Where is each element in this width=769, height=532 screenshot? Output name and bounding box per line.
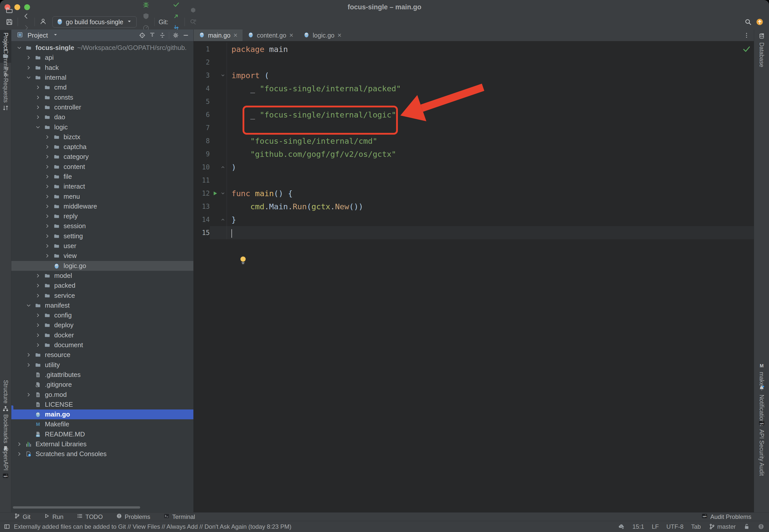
tree-item-packed[interactable]: packed bbox=[11, 281, 193, 290]
code-text[interactable] bbox=[227, 121, 754, 134]
chevron-right-icon[interactable] bbox=[33, 281, 43, 290]
tree-item-readme-md[interactable]: MDREADME.MD bbox=[11, 429, 193, 439]
gutter[interactable] bbox=[210, 161, 227, 174]
tree-item-go-mod[interactable]: go.mod bbox=[11, 390, 193, 399]
gutter[interactable] bbox=[210, 121, 227, 134]
code-text[interactable]: cmd.Main.Run(gctx.New()) bbox=[227, 200, 754, 213]
chevron-down-icon[interactable] bbox=[24, 301, 33, 310]
git-branch-widget[interactable]: master bbox=[708, 523, 736, 530]
stripe-item-structure[interactable]: Structure bbox=[0, 377, 11, 416]
cloud-sync-icon[interactable]: ? bbox=[618, 523, 625, 530]
chevron-right-icon[interactable] bbox=[43, 162, 52, 171]
tree-item-focus-single[interactable]: focus-single~/Workspace/Go/GOPATH/src/gi… bbox=[11, 43, 193, 53]
tree-item--gitattributes[interactable]: .gitattributes bbox=[11, 370, 193, 380]
code-text[interactable]: func main() { bbox=[227, 187, 754, 200]
line-number[interactable]: 4 bbox=[194, 85, 210, 92]
tree-item-api[interactable]: api bbox=[11, 53, 193, 63]
chevron-right-icon[interactable] bbox=[15, 439, 24, 449]
tree-item-cmd[interactable]: cmd bbox=[11, 82, 193, 92]
code-text[interactable]: _ "focus-single/internal/logic" bbox=[227, 108, 754, 121]
gutter[interactable] bbox=[210, 187, 227, 200]
line-number[interactable]: 5 bbox=[194, 98, 210, 105]
code-line-4[interactable]: 4 _ "focus-single/internal/packed" bbox=[194, 82, 754, 95]
chevron-right-icon[interactable] bbox=[43, 182, 52, 191]
toolwindow-button-run[interactable]: Run bbox=[44, 513, 64, 521]
line-number[interactable]: 7 bbox=[194, 124, 210, 132]
gutter[interactable] bbox=[210, 43, 227, 56]
chevron-right-icon[interactable] bbox=[43, 212, 52, 221]
code-text[interactable]: import ( bbox=[227, 69, 754, 82]
chevron-right-icon[interactable] bbox=[33, 340, 43, 350]
chevron-right-icon[interactable] bbox=[43, 142, 52, 152]
line-number[interactable]: 12 bbox=[194, 190, 210, 197]
lock-open-icon[interactable] bbox=[743, 523, 750, 530]
indent-indicator[interactable]: Tab bbox=[691, 523, 701, 530]
caret-position[interactable]: 15:1 bbox=[632, 523, 644, 530]
chevron-right-icon[interactable] bbox=[24, 63, 33, 72]
tree-item-dao[interactable]: dao bbox=[11, 112, 193, 122]
chevron-right-icon[interactable] bbox=[33, 331, 43, 340]
tree-item-interact[interactable]: interact bbox=[11, 182, 193, 191]
toolwindow-button-problems[interactable]: Problems bbox=[116, 513, 150, 521]
tree-item-makefile[interactable]: MMakefile bbox=[11, 419, 193, 429]
tree-item-service[interactable]: service bbox=[11, 290, 193, 300]
code-text[interactable]: package main bbox=[227, 43, 754, 56]
gutter[interactable] bbox=[210, 174, 227, 187]
tree-item-captcha[interactable]: captcha bbox=[11, 142, 193, 152]
chevron-right-icon[interactable] bbox=[33, 311, 43, 320]
settings-icon[interactable] bbox=[171, 30, 181, 40]
ide-update-icon[interactable] bbox=[754, 16, 765, 28]
git-push-icon[interactable] bbox=[170, 10, 182, 22]
line-number[interactable]: 1 bbox=[194, 45, 210, 53]
tree-item-resource[interactable]: resource bbox=[11, 350, 193, 360]
chevron-right-icon[interactable] bbox=[43, 202, 52, 211]
chevron-right-icon[interactable] bbox=[33, 83, 43, 92]
debug-icon[interactable] bbox=[140, 0, 152, 10]
tree-item-logic-go[interactable]: logic.go bbox=[11, 261, 193, 271]
chevron-right-icon[interactable] bbox=[33, 291, 43, 300]
fold-open-icon[interactable] bbox=[220, 191, 226, 196]
tab-main-go[interactable]: main.go× bbox=[194, 29, 243, 41]
toolwindow-button-git[interactable]: Git bbox=[14, 513, 31, 521]
tree-item-config[interactable]: config bbox=[11, 310, 193, 320]
chevron-right-icon[interactable] bbox=[33, 103, 43, 112]
stripe-item-openapi[interactable]: OpenAPI/API bbox=[0, 445, 11, 483]
tab-content-go[interactable]: content.go× bbox=[243, 29, 299, 41]
code-line-12[interactable]: 12func main() { bbox=[194, 187, 754, 200]
code-line-15[interactable]: 15 bbox=[194, 226, 754, 239]
tree-item-view[interactable]: view bbox=[11, 251, 193, 261]
stripe-item-api-security-audit[interactable]: /APIAPI Security Audit bbox=[754, 417, 769, 478]
code-line-6[interactable]: 6 _ "focus-single/internal/logic" bbox=[194, 108, 754, 121]
coverage-icon[interactable] bbox=[140, 10, 152, 22]
tree-item-category[interactable]: category bbox=[11, 152, 193, 162]
status-message[interactable]: Externally added files can be added to G… bbox=[14, 523, 291, 530]
toolwindow-button-audit-problems[interactable]: /APIAudit Problems bbox=[701, 513, 751, 521]
code-editor[interactable]: 1package main23import (4 _ "focus-single… bbox=[194, 41, 754, 512]
toolwindow-button-todo[interactable]: TODO bbox=[77, 513, 103, 521]
tree-item-consts[interactable]: consts bbox=[11, 92, 193, 102]
chevron-right-icon[interactable] bbox=[24, 360, 33, 370]
git-commit-icon[interactable] bbox=[170, 0, 182, 10]
alert-circle-icon[interactable] bbox=[758, 523, 764, 530]
code-text[interactable] bbox=[227, 56, 754, 69]
gutter[interactable] bbox=[210, 108, 227, 121]
gutter[interactable] bbox=[210, 69, 227, 82]
tree-item-reply[interactable]: reply bbox=[11, 211, 193, 221]
code-line-5[interactable]: 5 bbox=[194, 95, 754, 108]
line-ending-indicator[interactable]: LF bbox=[652, 523, 659, 530]
inspections-passed-icon[interactable] bbox=[742, 45, 751, 53]
code-line-7[interactable]: 7 bbox=[194, 121, 754, 134]
open-folder-icon[interactable] bbox=[4, 5, 15, 16]
chevron-right-icon[interactable] bbox=[33, 320, 43, 330]
stripe-item-pull-requests[interactable]: Pull Requests bbox=[0, 64, 11, 115]
run-configuration-select[interactable]: go build focus-single bbox=[52, 16, 137, 27]
line-number[interactable]: 14 bbox=[194, 216, 210, 223]
code-line-9[interactable]: 9 "github.com/gogf/gf/v2/os/gctx" bbox=[194, 147, 754, 161]
code-text[interactable]: "github.com/gogf/gf/v2/os/gctx" bbox=[227, 147, 754, 161]
code-text[interactable] bbox=[227, 226, 754, 239]
tree-item-hack[interactable]: hack bbox=[11, 63, 193, 73]
chevron-right-icon[interactable] bbox=[24, 350, 33, 360]
code-text[interactable] bbox=[227, 95, 754, 108]
code-line-14[interactable]: 14} bbox=[194, 213, 754, 226]
tree-item-manifest[interactable]: manifest bbox=[11, 301, 193, 310]
